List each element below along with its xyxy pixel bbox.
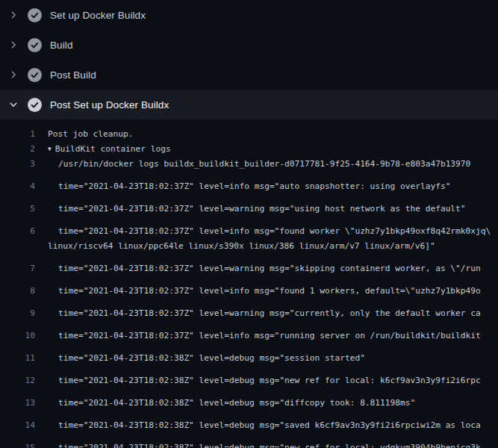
chevron-down-icon — [9, 100, 18, 109]
log-line-number[interactable]: 3 — [0, 157, 35, 172]
log-line-number[interactable]: 10 — [0, 329, 35, 343]
log-line-number[interactable]: 8 — [0, 284, 35, 299]
log-group-toggle[interactable]: ▼BuildKit container logs — [35, 142, 171, 157]
chevron-right-icon — [9, 70, 18, 79]
triangle-down-icon: ▼ — [48, 142, 52, 157]
log-line: 15 time="2021-04-23T18:02:38Z" level=deb… — [0, 433, 498, 448]
log-viewer: 1 Post job cleanup. 2 ▼BuildKit containe… — [0, 119, 498, 448]
log-line-text: time="2021-04-23T18:02:37Z" level=warnin… — [35, 306, 481, 321]
log-line-text: time="2021-04-23T18:02:38Z" level=debug … — [35, 418, 481, 433]
log-line-number[interactable]: 6 — [0, 224, 35, 239]
log-line-number[interactable]: 1 — [0, 127, 35, 142]
log-line: 4 time="2021-04-23T18:02:37Z" level=info… — [0, 172, 498, 194]
log-line-text: linux/riscv64 linux/ppc64le linux/s390x … — [35, 239, 435, 254]
log-group-label[interactable]: BuildKit container logs — [55, 144, 171, 154]
log-line-number[interactable]: 5 — [0, 202, 35, 217]
log-line-number[interactable]: 7 — [0, 261, 35, 276]
log-line-number[interactable]: 9 — [0, 306, 35, 321]
log-line-text: time="2021-04-23T18:02:38Z" level=debug … — [35, 441, 481, 448]
log-line-number[interactable]: 2 — [0, 142, 35, 157]
log-line: 6 time="2021-04-23T18:02:37Z" level=info… — [0, 217, 498, 239]
check-circle-icon — [28, 38, 42, 52]
chevron-right-icon — [9, 40, 18, 49]
log-line-text: time="2021-04-23T18:02:37Z" level=warnin… — [35, 261, 481, 276]
log-line: 13 time="2021-04-23T18:02:38Z" level=deb… — [0, 388, 498, 411]
log-line-number[interactable]: 12 — [0, 373, 35, 388]
log-line: 8 time="2021-04-23T18:02:37Z" level=info… — [0, 276, 498, 299]
step-header-2[interactable]: Build — [0, 30, 498, 60]
check-circle-icon — [28, 68, 42, 82]
log-line-text: time="2021-04-23T18:02:37Z" level=info m… — [35, 179, 450, 194]
step-title: Build — [50, 40, 73, 51]
log-line-number[interactable]: 11 — [0, 351, 35, 366]
log-line-text: time="2021-04-23T18:02:37Z" level=info m… — [35, 284, 481, 299]
steps-list: Set up Docker Buildx Build Post Buil — [0, 0, 498, 119]
step-header-4[interactable]: Post Set up Docker Buildx — [0, 90, 498, 119]
log-line: linux/riscv64 linux/ppc64le linux/s390x … — [0, 239, 498, 254]
log-line-text: time="2021-04-23T18:02:37Z" level=warnin… — [35, 202, 466, 217]
log-line: 11 time="2021-04-23T18:02:38Z" level=deb… — [0, 343, 498, 366]
log-line: 9 time="2021-04-23T18:02:37Z" level=warn… — [0, 299, 498, 321]
log-command-text: /usr/bin/docker logs buildx_buildkit_bui… — [35, 157, 470, 172]
check-circle-icon — [28, 8, 42, 22]
step-header-1[interactable]: Set up Docker Buildx — [0, 0, 498, 30]
log-line-number[interactable]: 13 — [0, 396, 35, 411]
log-line-text: time="2021-04-23T18:02:38Z" level=debug … — [35, 396, 415, 411]
log-line: 12 time="2021-04-23T18:02:38Z" level=deb… — [0, 366, 498, 388]
log-line-text: time="2021-04-23T18:02:38Z" level=debug … — [35, 373, 481, 388]
log-line-text: Post job cleanup. — [35, 127, 134, 142]
log-line: 7 time="2021-04-23T18:02:37Z" level=warn… — [0, 254, 498, 276]
log-line: 5 time="2021-04-23T18:02:37Z" level=warn… — [0, 194, 498, 217]
log-line-text: time="2021-04-23T18:02:37Z" level=info m… — [35, 224, 491, 239]
log-line-number[interactable]: 4 — [0, 179, 35, 194]
chevron-right-icon — [9, 10, 18, 19]
step-title: Post Build — [50, 69, 96, 81]
log-line: 3 /usr/bin/docker logs buildx_buildkit_b… — [0, 157, 498, 172]
log-line-text: time="2021-04-23T18:02:38Z" level=debug … — [35, 351, 365, 366]
log-line: 2 ▼BuildKit container logs — [0, 142, 498, 157]
log-line-text: time="2021-04-23T18:02:37Z" level=info m… — [35, 329, 481, 343]
step-header-3[interactable]: Post Build — [0, 60, 498, 90]
step-title: Post Set up Docker Buildx — [50, 99, 169, 111]
log-line-number — [0, 239, 35, 254]
log-line-number[interactable]: 15 — [0, 441, 35, 448]
log-line-number[interactable]: 14 — [0, 418, 35, 433]
step-title: Set up Docker Buildx — [50, 10, 146, 21]
log-line: 1 Post job cleanup. — [0, 127, 498, 142]
check-circle-icon — [28, 98, 42, 112]
log-line: 14 time="2021-04-23T18:02:38Z" level=deb… — [0, 411, 498, 433]
log-line: 10 time="2021-04-23T18:02:37Z" level=inf… — [0, 321, 498, 343]
